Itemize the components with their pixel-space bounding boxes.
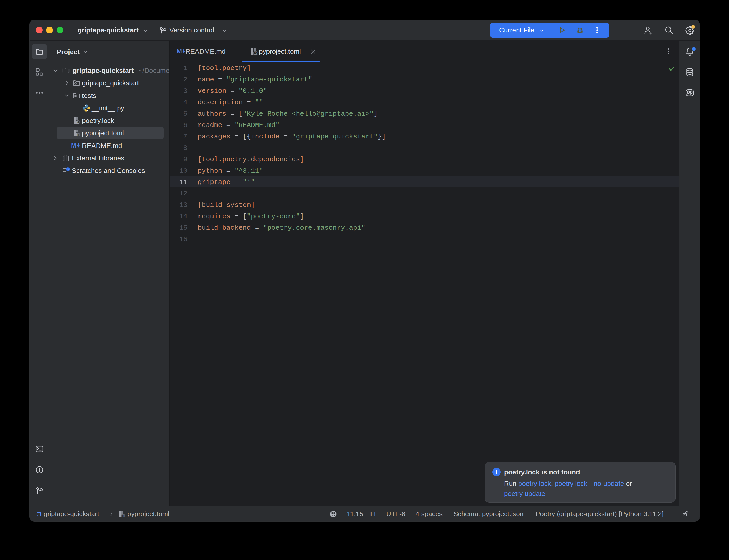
svg-text:M: M xyxy=(177,47,182,54)
svg-text:M: M xyxy=(71,142,76,149)
svg-text:[T]: [T] xyxy=(77,121,80,124)
svg-text:[T]: [T] xyxy=(77,134,80,136)
svg-text:[T]: [T] xyxy=(122,515,125,517)
svg-text:[T]: [T] xyxy=(254,52,258,55)
